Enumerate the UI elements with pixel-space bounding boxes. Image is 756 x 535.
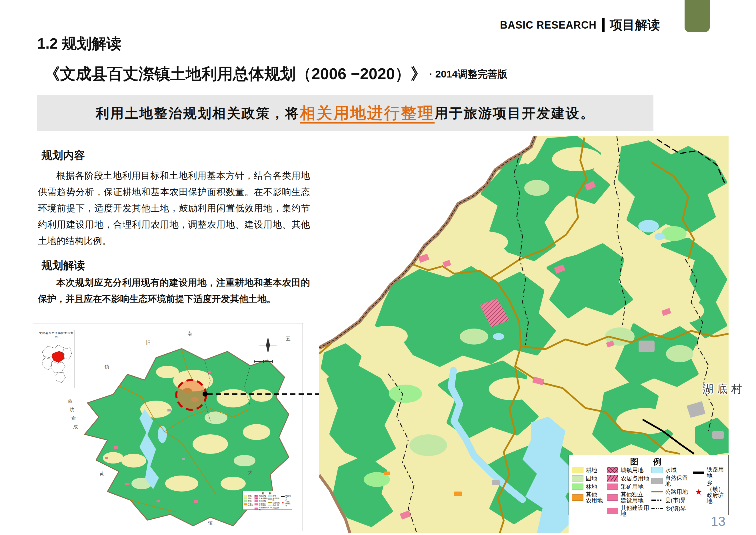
legend-item: 耕地: [572, 467, 607, 473]
legend-item: 其他 农用地: [572, 492, 607, 504]
plan-book-title: 《文成县百丈漈镇土地利用总体规划（2006 −2020）》: [44, 65, 426, 83]
legend-label: 其他 农用地: [586, 492, 603, 504]
corner-green-block: [685, 0, 710, 32]
legend-item: 公路用地: [651, 489, 693, 495]
legend-label: 林地: [586, 484, 597, 490]
legend-item: 耕地: [244, 495, 255, 497]
legend-item: 铁路用地: [693, 467, 726, 479]
legend-label: 铁路用地: [707, 467, 726, 479]
legend-item: 乡（镇） 政府驻地: [281, 499, 291, 506]
legend-column: 水域自然保留地公路用地县(市)界乡(镇)界: [268, 495, 281, 510]
legend-label: 园地: [248, 497, 252, 499]
legend-label: 采矿用地: [259, 500, 266, 502]
other-agri-swatch: [572, 494, 583, 501]
water-swatch: [268, 495, 272, 497]
legend-item: 自然保留地: [268, 497, 281, 501]
page-title: 1.2 规划解读: [37, 34, 122, 54]
legend-label: 乡（镇） 政府驻地: [285, 499, 291, 506]
legend-label: 其他建设用地: [621, 505, 651, 517]
legend-item: 林地: [572, 483, 607, 490]
legend-label: 采矿用地: [621, 484, 643, 490]
legend-item: 农居点用地: [607, 475, 651, 482]
neighbor-label: 俞: [71, 415, 76, 421]
legend-label: 其他独立 建设用地: [259, 502, 266, 506]
zoom-pointer-arrow: [197, 385, 339, 403]
section-body-plan-interpretation: 本次规划应充分利用现有的建设用地，注重耕地和基本农田的保护，并且应在不影响生态环…: [38, 274, 310, 307]
legend-item: 乡(镇)界: [651, 505, 693, 512]
rural-swatch: [255, 497, 258, 499]
neighbor-label: 南: [187, 331, 192, 337]
reserve-swatch: [268, 498, 272, 500]
legend-label: 耕地: [248, 495, 252, 497]
legend-item: 城镇用地: [255, 495, 268, 497]
legend-column: 耕地园地林地其他 农用地: [244, 495, 255, 510]
legend-column: 铁路用地乡（镇） 政府驻地: [693, 467, 726, 517]
water-swatch: [651, 467, 663, 473]
legend-label: 农居点用地: [621, 475, 649, 482]
highlight-pre: 利用土地整治规划相关政策，将: [96, 104, 300, 122]
legend-item: 城镇用地: [607, 467, 651, 473]
legend-columns: 耕地园地林地其他 农用地城镇用地农居点用地采矿用地其他独立 建设用地其他建设用地…: [244, 495, 291, 510]
legend-label: 乡(镇)界: [273, 507, 279, 509]
highlight-post: 用于旅游项目开发建设。: [435, 104, 595, 122]
legend-item: 乡(镇)界: [268, 507, 281, 509]
location-inset-map: 文成县百丈漈镇位置示意图: [38, 330, 75, 388]
map-legend: 图 例 耕地园地林地其他 农用地城镇用地农居点用地采矿用地其他独立 建设用地其他…: [569, 455, 729, 515]
legend-label: 水域: [665, 467, 677, 473]
legend-title: 图 例: [572, 456, 726, 467]
small-map-legend: 图 例 耕地园地林地其他 农用地城镇用地农居点用地采矿用地其他独立 建设用地其他…: [243, 491, 294, 512]
other-constr-swatch: [255, 508, 258, 510]
legend-label: 铁路用地: [285, 495, 291, 498]
urban-swatch: [607, 467, 618, 473]
legend-item: 农居点用地: [255, 497, 268, 499]
inset-graphic: [38, 339, 74, 388]
section-heading-plan-interpretation: 规划解读: [41, 258, 85, 273]
village-label: 湖底村: [703, 382, 745, 396]
forest-swatch: [572, 484, 583, 490]
neighbor-label: 镇: [105, 364, 109, 370]
legend-label: 其他 农用地: [248, 502, 254, 506]
legend-item: 水域: [268, 495, 281, 497]
legend-item: 其他 农用地: [244, 502, 255, 506]
legend-item: 水域: [651, 467, 693, 473]
legend-label: 公路用地: [273, 501, 280, 504]
mining-swatch: [255, 500, 258, 502]
village-landuse-detail-map: 山头村 驮田村 湖底村 四格村 二源村 镇头村 延坑下村 图 例 耕地园地林地其…: [319, 136, 729, 533]
legend-label: 自然保留地: [665, 475, 693, 487]
legend-item: 其他独立 建设用地: [607, 492, 651, 504]
section-body-plan-content: 根据各阶段土地利用目标和土地利用基本方针，结合各类用地供需趋势分析，保证耕地和基…: [38, 168, 310, 249]
independent-swatch: [255, 503, 258, 505]
legend-item: 园地: [244, 497, 255, 499]
mining-swatch: [607, 484, 618, 490]
railway-swatch: [281, 496, 284, 497]
legend-item: 其他建设用地: [255, 507, 268, 510]
neighbor-label: 西: [68, 398, 72, 404]
legend-item: 自然保留地: [651, 475, 693, 487]
legend-column: 水域自然保留地公路用地县(市)界乡(镇)界: [651, 467, 693, 517]
county-border-swatch: [268, 505, 272, 505]
legend-item: 其他建设用地: [607, 505, 651, 517]
forest-swatch: [244, 500, 247, 502]
gov-star-swatch: [693, 489, 704, 495]
rural-swatch: [607, 475, 618, 482]
legend-item: 铁路用地: [281, 495, 291, 498]
legend-label: 农居点用地: [259, 497, 268, 499]
legend-label: 自然保留地: [273, 497, 281, 501]
neighbor-label: 大: [248, 470, 253, 476]
road-swatch: [651, 491, 663, 493]
legend-label: 乡（镇） 政府驻地: [707, 480, 726, 504]
legend-label: 乡(镇)界: [665, 506, 686, 512]
legend-item: 县(市)界: [268, 504, 281, 506]
gov-star-swatch: [281, 502, 284, 504]
reserve-swatch: [651, 478, 663, 484]
independent-swatch: [607, 494, 618, 501]
highlight-band: 利用土地整治规划相关政策，将相关用地进行整理用于旅游项目开发建设。: [37, 95, 653, 131]
legend-item: 乡（镇） 政府驻地: [693, 480, 726, 504]
farmland-swatch: [572, 467, 583, 473]
neighbor-label: 坑: [70, 407, 74, 413]
orchard-swatch: [572, 475, 583, 482]
header-section-title: 项目解读: [610, 16, 660, 34]
section-heading-plan-content: 规划内容: [41, 148, 85, 163]
legend-item: 其他独立 建设用地: [255, 502, 268, 506]
legend-label: 公路用地: [665, 489, 688, 495]
